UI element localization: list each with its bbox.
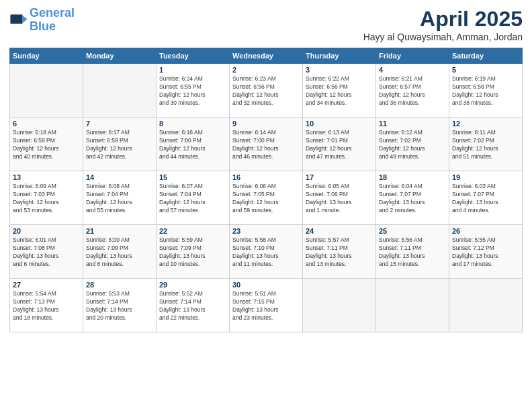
day-number: 24 — [306, 227, 373, 235]
day-info: Sunrise: 6:16 AM Sunset: 7:00 PM Dayligh… — [159, 129, 226, 161]
day-info: Sunrise: 5:53 AM Sunset: 7:14 PM Dayligh… — [86, 290, 153, 322]
day-number: 4 — [379, 66, 446, 74]
day-info: Sunrise: 6:24 AM Sunset: 6:55 PM Dayligh… — [159, 75, 226, 107]
calendar-cell: 23Sunrise: 5:58 AM Sunset: 7:10 PM Dayli… — [230, 225, 303, 279]
day-info: Sunrise: 6:09 AM Sunset: 7:03 PM Dayligh… — [13, 183, 80, 215]
calendar-cell: 10Sunrise: 6:13 AM Sunset: 7:01 PM Dayli… — [303, 118, 376, 171]
day-info: Sunrise: 5:52 AM Sunset: 7:14 PM Dayligh… — [159, 290, 226, 322]
day-info: Sunrise: 6:17 AM Sunset: 6:59 PM Dayligh… — [86, 129, 153, 161]
calendar-subtitle: Hayy al Quwaysimah, Amman, Jordan — [363, 32, 523, 42]
day-number: 3 — [306, 66, 373, 74]
weekday-header: Monday — [83, 48, 157, 64]
day-number: 18 — [379, 173, 446, 181]
calendar-cell: 1Sunrise: 6:24 AM Sunset: 6:55 PM Daylig… — [157, 64, 230, 118]
day-number: 5 — [452, 66, 519, 74]
day-number: 20 — [13, 227, 80, 235]
day-info: Sunrise: 6:06 AM Sunset: 7:05 PM Dayligh… — [232, 183, 300, 215]
day-info: Sunrise: 6:18 AM Sunset: 6:58 PM Dayligh… — [13, 129, 80, 161]
day-number: 7 — [86, 120, 153, 128]
calendar-cell — [449, 279, 523, 332]
day-info: Sunrise: 6:19 AM Sunset: 6:58 PM Dayligh… — [452, 75, 519, 107]
day-info: Sunrise: 6:05 AM Sunset: 7:06 PM Dayligh… — [306, 183, 373, 215]
day-info: Sunrise: 5:55 AM Sunset: 7:12 PM Dayligh… — [452, 236, 519, 269]
calendar-cell: 26Sunrise: 5:55 AM Sunset: 7:12 PM Dayli… — [449, 225, 523, 279]
calendar-page: General Blue April 2025 Hayy al Quwaysim… — [0, 0, 532, 411]
day-number: 8 — [159, 120, 226, 128]
day-info: Sunrise: 6:07 AM Sunset: 7:04 PM Dayligh… — [159, 183, 226, 215]
calendar-title: April 2025 — [363, 7, 523, 32]
logo-line2: Blue — [30, 19, 56, 33]
calendar-body: 1Sunrise: 6:24 AM Sunset: 6:55 PM Daylig… — [10, 64, 523, 332]
day-number: 25 — [379, 227, 446, 235]
day-info: Sunrise: 6:04 AM Sunset: 7:07 PM Dayligh… — [379, 183, 446, 215]
title-block: April 2025 Hayy al Quwaysimah, Amman, Jo… — [363, 7, 523, 42]
day-number: 10 — [306, 120, 373, 128]
day-number: 28 — [86, 281, 153, 289]
day-number: 27 — [13, 281, 80, 289]
day-number: 29 — [159, 281, 226, 289]
logo-icon — [9, 11, 28, 30]
calendar-week-row: 6Sunrise: 6:18 AM Sunset: 6:58 PM Daylig… — [10, 118, 523, 171]
calendar-cell: 13Sunrise: 6:09 AM Sunset: 7:03 PM Dayli… — [10, 171, 83, 225]
day-info: Sunrise: 5:56 AM Sunset: 7:11 PM Dayligh… — [379, 236, 446, 269]
day-number: 26 — [452, 227, 519, 235]
calendar-cell — [83, 64, 157, 118]
calendar-cell: 28Sunrise: 5:53 AM Sunset: 7:14 PM Dayli… — [83, 279, 157, 332]
day-info: Sunrise: 6:21 AM Sunset: 6:57 PM Dayligh… — [379, 75, 446, 107]
day-number: 15 — [159, 173, 226, 181]
calendar-cell: 15Sunrise: 6:07 AM Sunset: 7:04 PM Dayli… — [157, 171, 230, 225]
day-info: Sunrise: 6:23 AM Sunset: 6:56 PM Dayligh… — [232, 75, 300, 107]
day-info: Sunrise: 6:12 AM Sunset: 7:02 PM Dayligh… — [379, 129, 446, 161]
calendar-cell: 22Sunrise: 5:59 AM Sunset: 7:09 PM Dayli… — [157, 225, 230, 279]
day-number: 22 — [159, 227, 226, 235]
calendar-cell: 3Sunrise: 6:22 AM Sunset: 6:56 PM Daylig… — [303, 64, 376, 118]
calendar-cell: 9Sunrise: 6:14 AM Sunset: 7:00 PM Daylig… — [230, 118, 303, 171]
day-info: Sunrise: 6:14 AM Sunset: 7:00 PM Dayligh… — [232, 129, 300, 161]
calendar-cell — [10, 64, 83, 118]
calendar-cell — [303, 279, 376, 332]
calendar-cell: 5Sunrise: 6:19 AM Sunset: 6:58 PM Daylig… — [449, 64, 523, 118]
calendar-cell: 6Sunrise: 6:18 AM Sunset: 6:58 PM Daylig… — [10, 118, 83, 171]
calendar-cell: 30Sunrise: 5:51 AM Sunset: 7:15 PM Dayli… — [230, 279, 303, 332]
day-number: 9 — [232, 120, 300, 128]
weekday-header: Saturday — [449, 48, 523, 64]
calendar-cell: 12Sunrise: 6:11 AM Sunset: 7:02 PM Dayli… — [449, 118, 523, 171]
day-info: Sunrise: 5:51 AM Sunset: 7:15 PM Dayligh… — [232, 290, 300, 322]
calendar-cell: 16Sunrise: 6:06 AM Sunset: 7:05 PM Dayli… — [230, 171, 303, 225]
calendar-week-row: 13Sunrise: 6:09 AM Sunset: 7:03 PM Dayli… — [10, 171, 523, 225]
day-number: 14 — [86, 173, 153, 181]
calendar-cell: 2Sunrise: 6:23 AM Sunset: 6:56 PM Daylig… — [230, 64, 303, 118]
day-info: Sunrise: 5:54 AM Sunset: 7:13 PM Dayligh… — [13, 290, 80, 322]
calendar-cell: 17Sunrise: 6:05 AM Sunset: 7:06 PM Dayli… — [303, 171, 376, 225]
calendar-week-row: 20Sunrise: 6:01 AM Sunset: 7:08 PM Dayli… — [10, 225, 523, 279]
svg-rect-0 — [10, 14, 22, 24]
weekday-header: Sunday — [10, 48, 83, 64]
weekday-header-row: SundayMondayTuesdayWednesdayThursdayFrid… — [10, 48, 523, 64]
calendar-cell: 27Sunrise: 5:54 AM Sunset: 7:13 PM Dayli… — [10, 279, 83, 332]
calendar-cell: 21Sunrise: 6:00 AM Sunset: 7:09 PM Dayli… — [83, 225, 157, 279]
weekday-header: Thursday — [303, 48, 376, 64]
day-number: 6 — [13, 120, 80, 128]
day-number: 13 — [13, 173, 80, 181]
day-number: 11 — [379, 120, 446, 128]
day-number: 17 — [306, 173, 373, 181]
day-info: Sunrise: 5:58 AM Sunset: 7:10 PM Dayligh… — [232, 236, 300, 269]
logo-text: General Blue — [30, 7, 75, 34]
svg-marker-1 — [23, 15, 28, 23]
day-info: Sunrise: 6:22 AM Sunset: 6:56 PM Dayligh… — [306, 75, 373, 107]
day-info: Sunrise: 6:03 AM Sunset: 7:07 PM Dayligh… — [452, 183, 519, 215]
logo-line1: General — [30, 6, 75, 19]
day-number: 12 — [452, 120, 519, 128]
calendar-cell: 14Sunrise: 6:08 AM Sunset: 7:04 PM Dayli… — [83, 171, 157, 225]
header: General Blue April 2025 Hayy al Quwaysim… — [9, 7, 523, 42]
calendar-cell: 19Sunrise: 6:03 AM Sunset: 7:07 PM Dayli… — [449, 171, 523, 225]
day-number: 16 — [232, 173, 300, 181]
calendar-cell: 8Sunrise: 6:16 AM Sunset: 7:00 PM Daylig… — [157, 118, 230, 171]
calendar-week-row: 1Sunrise: 6:24 AM Sunset: 6:55 PM Daylig… — [10, 64, 523, 118]
calendar-cell: 7Sunrise: 6:17 AM Sunset: 6:59 PM Daylig… — [83, 118, 157, 171]
day-number: 2 — [232, 66, 300, 74]
calendar-table: SundayMondayTuesdayWednesdayThursdayFrid… — [9, 48, 523, 332]
weekday-header: Wednesday — [230, 48, 303, 64]
day-info: Sunrise: 6:01 AM Sunset: 7:08 PM Dayligh… — [13, 236, 80, 269]
day-number: 19 — [452, 173, 519, 181]
